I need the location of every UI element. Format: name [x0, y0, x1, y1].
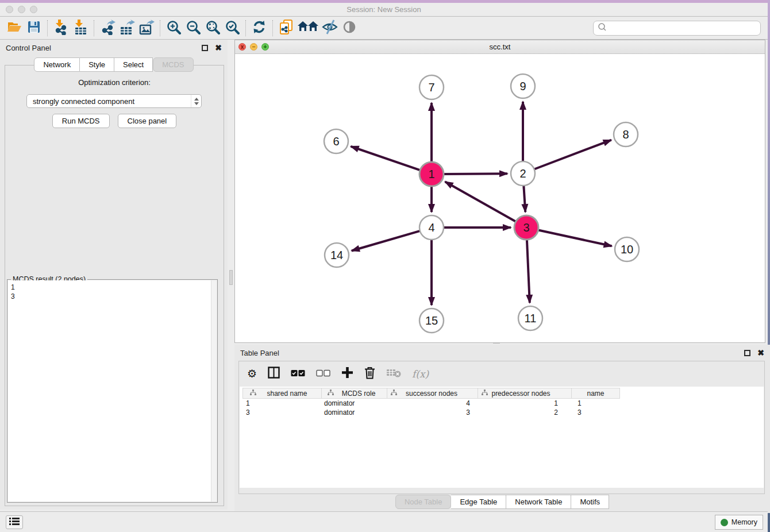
network-canvas[interactable]: 7968124314101511	[235, 54, 765, 342]
graph-edge-3-1[interactable]	[445, 182, 517, 222]
graph-node-label: 10	[621, 243, 633, 256]
float-panel-icon[interactable]	[202, 45, 208, 51]
tab-motifs[interactable]: Motifs	[571, 495, 609, 509]
graph-edge-3-11[interactable]	[527, 238, 530, 303]
show-all-button[interactable]	[340, 19, 359, 37]
export-image-icon	[138, 20, 155, 37]
graph-edge-2-8[interactable]	[533, 140, 611, 170]
criterion-dropdown[interactable]: strongly connected component	[26, 94, 202, 108]
delete-column-icon[interactable]	[364, 367, 375, 381]
search-box	[593, 21, 761, 36]
table-row[interactable]: 3 dominator 3 2 3	[242, 408, 764, 417]
split-view-icon[interactable]	[268, 367, 280, 381]
graph-node-label: 6	[333, 135, 339, 148]
search-input[interactable]	[607, 22, 760, 34]
node-table[interactable]: shared name MCDS role successor nodes pr…	[240, 387, 764, 488]
add-column-icon[interactable]	[341, 367, 353, 381]
export-table-icon	[119, 20, 135, 37]
table-panel-header: Table Panel ✖	[234, 345, 770, 361]
open-folder-icon	[7, 20, 22, 36]
open-session-button[interactable]	[5, 19, 24, 37]
graph-node-label: 4	[428, 221, 434, 234]
memory-label: Memory	[732, 518, 757, 526]
delete-table-icon[interactable]	[386, 368, 401, 380]
cell-name: 1	[572, 399, 620, 407]
zoom-in-button[interactable]	[164, 19, 183, 37]
cell-successor-nodes: 4	[387, 399, 478, 407]
tab-mcds[interactable]: MCDS	[153, 57, 193, 72]
save-session-button[interactable]	[24, 19, 44, 37]
result-scrollbar[interactable]	[211, 280, 217, 502]
tab-network[interactable]: Network	[34, 57, 80, 72]
dropdown-stepper-icon	[191, 95, 201, 107]
close-panel-icon[interactable]: ✖	[215, 45, 222, 51]
import-network-button[interactable]	[51, 19, 71, 37]
export-network-button[interactable]	[98, 19, 117, 37]
toolbar-separator	[272, 20, 273, 36]
close-panel-icon[interactable]: ✖	[757, 350, 764, 356]
zoom-selected-button[interactable]	[222, 19, 242, 37]
save-icon	[27, 20, 41, 36]
column-header-shared-name[interactable]: shared name	[242, 388, 322, 399]
zoom-selected-icon	[225, 20, 240, 37]
graph-edge-4-14[interactable]	[352, 230, 421, 250]
search-icon	[597, 22, 607, 34]
graph-edge-1-2[interactable]	[442, 174, 507, 174]
tab-network-table[interactable]: Network Table	[506, 495, 571, 509]
table-container: ⚙ f(x)	[238, 361, 765, 494]
graph-node-label: 11	[525, 312, 537, 325]
float-panel-icon[interactable]	[744, 350, 750, 356]
graph-node-label: 1	[428, 168, 434, 180]
apply-layout-button[interactable]	[249, 19, 269, 37]
settings-gear-icon[interactable]: ⚙	[247, 368, 257, 379]
export-image-button[interactable]	[137, 19, 156, 37]
tab-style[interactable]: Style	[80, 57, 114, 72]
tab-node-table[interactable]: Node Table	[395, 495, 452, 509]
zoom-fit-button[interactable]	[203, 19, 222, 37]
select-all-rows-icon[interactable]	[291, 369, 305, 379]
graph-edge-3-10[interactable]	[537, 230, 612, 246]
toolbar-separator	[94, 20, 94, 36]
import-table-button[interactable]	[71, 19, 90, 37]
toolbar-separator	[245, 20, 246, 36]
clone-network-button[interactable]	[276, 19, 296, 37]
graph-edge-1-6[interactable]	[351, 147, 421, 171]
vertical-splitter-handle[interactable]	[229, 270, 233, 285]
mcds-buttons: Run MCDS Close panel	[5, 114, 224, 128]
tab-edge-table[interactable]: Edge Table	[451, 495, 506, 509]
deselect-all-rows-icon[interactable]	[316, 369, 330, 379]
column-header-predecessor-nodes[interactable]: predecessor nodes	[478, 388, 572, 399]
graph-node-label: 2	[519, 167, 526, 180]
graph-edge-2-3[interactable]	[523, 184, 525, 212]
memory-button[interactable]: Memory	[715, 515, 763, 530]
zoom-out-button[interactable]	[183, 19, 203, 37]
table-row[interactable]: 1 dominator 4 1 1	[242, 399, 764, 408]
control-panel: Control Panel ✖ Network Style Select MCD…	[0, 40, 228, 510]
function-builder-icon[interactable]: f(x)	[412, 368, 429, 380]
cell-successor-nodes: 3	[387, 408, 478, 417]
tab-select[interactable]: Select	[114, 57, 153, 72]
column-header-successor-nodes[interactable]: successor nodes	[387, 388, 478, 399]
cell-name: 3	[572, 408, 620, 417]
column-type-icon	[250, 390, 256, 398]
network-graph[interactable]: 7968124314101511	[235, 54, 765, 343]
run-mcds-button[interactable]: Run MCDS	[52, 114, 110, 128]
mcds-result-group: MCDS result (2 nodes) 1 3	[7, 279, 218, 503]
close-panel-button[interactable]: Close panel	[118, 114, 177, 128]
mcds-result-area[interactable]: 1 3	[8, 280, 217, 502]
column-header-mcds-role[interactable]: MCDS role	[322, 388, 387, 399]
cell-mcds-role: dominator	[322, 408, 387, 417]
table-panel-tabs: Node Table Edge Table Network Table Moti…	[234, 495, 770, 509]
first-neighbors-button[interactable]	[296, 19, 320, 37]
task-history-button[interactable]	[6, 515, 23, 529]
import-network-icon	[53, 20, 68, 37]
cell-shared-name: 3	[242, 408, 322, 417]
graph-node-label: 14	[330, 249, 343, 261]
export-table-button[interactable]	[117, 19, 137, 37]
zoom-in-icon	[167, 20, 181, 37]
hide-selected-button[interactable]	[320, 19, 340, 37]
column-type-icon	[482, 390, 488, 398]
criterion-value: strongly connected component	[33, 97, 134, 106]
cell-predecessor-nodes: 1	[478, 399, 572, 407]
column-header-name[interactable]: name	[572, 388, 620, 399]
